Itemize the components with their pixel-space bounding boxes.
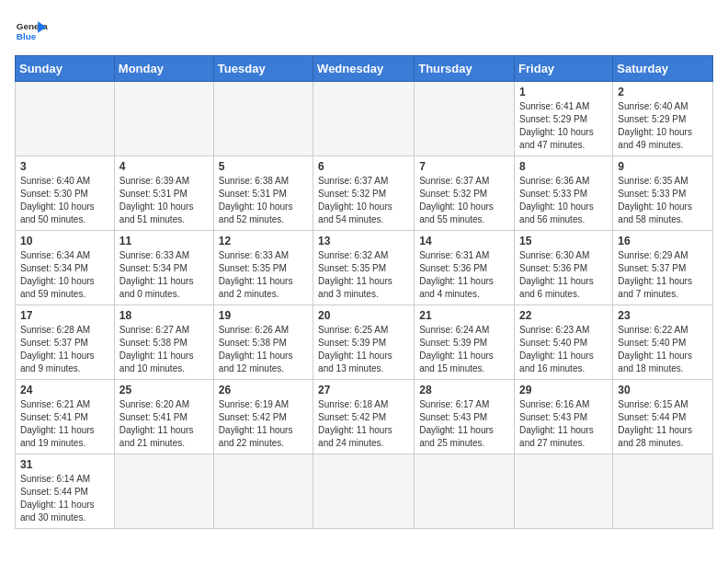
day-info: Sunrise: 6:15 AM Sunset: 5:44 PM Dayligh… [618, 398, 708, 450]
day-number: 8 [519, 160, 608, 173]
calendar-cell [114, 82, 213, 156]
day-info: Sunrise: 6:25 AM Sunset: 5:39 PM Dayligh… [318, 324, 409, 375]
calendar-cell: 22Sunrise: 6:23 AM Sunset: 5:40 PM Dayli… [515, 305, 613, 380]
day-number: 10 [20, 235, 109, 247]
weekday-header-monday: Monday [114, 56, 213, 82]
calendar-cell: 26Sunrise: 6:19 AM Sunset: 5:42 PM Dayli… [213, 380, 313, 454]
calendar-cell: 1Sunrise: 6:41 AM Sunset: 5:29 PM Daylig… [515, 82, 613, 156]
day-info: Sunrise: 6:38 AM Sunset: 5:31 PM Dayligh… [219, 175, 308, 226]
day-number: 5 [219, 160, 308, 173]
day-info: Sunrise: 6:21 AM Sunset: 5:41 PM Dayligh… [20, 398, 109, 450]
day-number: 17 [20, 309, 109, 322]
day-number: 16 [618, 235, 708, 247]
day-number: 28 [419, 384, 509, 396]
day-info: Sunrise: 6:19 AM Sunset: 5:42 PM Dayligh… [219, 398, 308, 450]
weekday-header-friday: Friday [515, 56, 613, 82]
calendar-cell: 20Sunrise: 6:25 AM Sunset: 5:39 PM Dayli… [313, 305, 415, 380]
calendar-cell: 15Sunrise: 6:30 AM Sunset: 5:36 PM Dayli… [515, 231, 613, 305]
calendar-cell: 17Sunrise: 6:28 AM Sunset: 5:37 PM Dayli… [16, 305, 115, 380]
calendar-body: 1Sunrise: 6:41 AM Sunset: 5:29 PM Daylig… [16, 82, 713, 529]
day-number: 11 [119, 235, 209, 247]
day-number: 15 [519, 235, 608, 247]
calendar-cell: 3Sunrise: 6:40 AM Sunset: 5:30 PM Daylig… [16, 156, 115, 231]
calendar-cell [114, 454, 213, 529]
day-number: 27 [318, 384, 409, 396]
day-info: Sunrise: 6:20 AM Sunset: 5:41 PM Dayligh… [119, 398, 209, 450]
day-number: 25 [119, 384, 209, 396]
day-info: Sunrise: 6:32 AM Sunset: 5:35 PM Dayligh… [318, 249, 409, 301]
calendar-cell [515, 454, 613, 529]
calendar-cell: 16Sunrise: 6:29 AM Sunset: 5:37 PM Dayli… [613, 231, 713, 305]
calendar-cell [213, 454, 313, 529]
calendar-cell [415, 82, 515, 156]
calendar-header: SundayMondayTuesdayWednesdayThursdayFrid… [16, 56, 713, 82]
day-info: Sunrise: 6:41 AM Sunset: 5:29 PM Dayligh… [519, 100, 608, 152]
day-number: 29 [519, 384, 608, 396]
calendar-cell [213, 82, 313, 156]
calendar-week-3: 17Sunrise: 6:28 AM Sunset: 5:37 PM Dayli… [16, 305, 713, 380]
day-info: Sunrise: 6:16 AM Sunset: 5:43 PM Dayligh… [519, 398, 608, 450]
day-number: 6 [318, 160, 409, 173]
day-info: Sunrise: 6:29 AM Sunset: 5:37 PM Dayligh… [618, 249, 708, 301]
calendar-cell [313, 82, 415, 156]
calendar-cell [415, 454, 515, 529]
calendar-cell: 19Sunrise: 6:26 AM Sunset: 5:38 PM Dayli… [213, 305, 313, 380]
calendar-cell: 30Sunrise: 6:15 AM Sunset: 5:44 PM Dayli… [613, 380, 713, 454]
day-info: Sunrise: 6:14 AM Sunset: 5:44 PM Dayligh… [20, 473, 109, 524]
day-info: Sunrise: 6:33 AM Sunset: 5:34 PM Dayligh… [119, 249, 209, 301]
calendar-cell: 24Sunrise: 6:21 AM Sunset: 5:41 PM Dayli… [16, 380, 115, 454]
calendar-week-2: 10Sunrise: 6:34 AM Sunset: 5:34 PM Dayli… [16, 231, 713, 305]
day-number: 2 [618, 86, 708, 98]
calendar-cell: 4Sunrise: 6:39 AM Sunset: 5:31 PM Daylig… [114, 156, 213, 231]
weekday-header-saturday: Saturday [613, 56, 713, 82]
calendar-week-1: 3Sunrise: 6:40 AM Sunset: 5:30 PM Daylig… [16, 156, 713, 231]
day-info: Sunrise: 6:35 AM Sunset: 5:33 PM Dayligh… [618, 175, 708, 226]
calendar-table: SundayMondayTuesdayWednesdayThursdayFrid… [15, 55, 713, 529]
calendar-cell: 7Sunrise: 6:37 AM Sunset: 5:32 PM Daylig… [415, 156, 515, 231]
calendar-cell: 11Sunrise: 6:33 AM Sunset: 5:34 PM Dayli… [114, 231, 213, 305]
day-number: 23 [618, 309, 708, 322]
day-info: Sunrise: 6:39 AM Sunset: 5:31 PM Dayligh… [119, 175, 209, 226]
weekday-header-tuesday: Tuesday [213, 56, 313, 82]
calendar-cell: 28Sunrise: 6:17 AM Sunset: 5:43 PM Dayli… [415, 380, 515, 454]
calendar-cell: 29Sunrise: 6:16 AM Sunset: 5:43 PM Dayli… [515, 380, 613, 454]
day-info: Sunrise: 6:34 AM Sunset: 5:34 PM Dayligh… [20, 249, 109, 301]
day-info: Sunrise: 6:28 AM Sunset: 5:37 PM Dayligh… [20, 324, 109, 375]
day-info: Sunrise: 6:22 AM Sunset: 5:40 PM Dayligh… [618, 324, 708, 375]
calendar-cell: 21Sunrise: 6:24 AM Sunset: 5:39 PM Dayli… [415, 305, 515, 380]
calendar-cell: 27Sunrise: 6:18 AM Sunset: 5:42 PM Dayli… [313, 380, 415, 454]
calendar-week-4: 24Sunrise: 6:21 AM Sunset: 5:41 PM Dayli… [16, 380, 713, 454]
calendar-week-5: 31Sunrise: 6:14 AM Sunset: 5:44 PM Dayli… [16, 454, 713, 529]
day-info: Sunrise: 6:33 AM Sunset: 5:35 PM Dayligh… [219, 249, 308, 301]
weekday-header-sunday: Sunday [16, 56, 115, 82]
day-number: 4 [119, 160, 209, 173]
day-number: 31 [20, 458, 109, 471]
day-number: 14 [419, 235, 509, 247]
weekday-header-thursday: Thursday [415, 56, 515, 82]
calendar-cell: 9Sunrise: 6:35 AM Sunset: 5:33 PM Daylig… [613, 156, 713, 231]
day-number: 30 [618, 384, 708, 396]
generalblue-logo-icon: General Blue [15, 15, 48, 48]
calendar-cell: 8Sunrise: 6:36 AM Sunset: 5:33 PM Daylig… [515, 156, 613, 231]
day-info: Sunrise: 6:40 AM Sunset: 5:30 PM Dayligh… [20, 175, 109, 226]
day-number: 9 [618, 160, 708, 173]
day-info: Sunrise: 6:36 AM Sunset: 5:33 PM Dayligh… [519, 175, 608, 226]
day-number: 19 [219, 309, 308, 322]
calendar-cell: 25Sunrise: 6:20 AM Sunset: 5:41 PM Dayli… [114, 380, 213, 454]
day-number: 24 [20, 384, 109, 396]
day-info: Sunrise: 6:18 AM Sunset: 5:42 PM Dayligh… [318, 398, 409, 450]
calendar-cell: 6Sunrise: 6:37 AM Sunset: 5:32 PM Daylig… [313, 156, 415, 231]
calendar-cell: 2Sunrise: 6:40 AM Sunset: 5:29 PM Daylig… [613, 82, 713, 156]
calendar-cell: 18Sunrise: 6:27 AM Sunset: 5:38 PM Dayli… [114, 305, 213, 380]
day-info: Sunrise: 6:24 AM Sunset: 5:39 PM Dayligh… [419, 324, 509, 375]
day-number: 7 [419, 160, 509, 173]
day-number: 21 [419, 309, 509, 322]
day-info: Sunrise: 6:26 AM Sunset: 5:38 PM Dayligh… [219, 324, 308, 375]
calendar-cell [613, 454, 713, 529]
day-info: Sunrise: 6:37 AM Sunset: 5:32 PM Dayligh… [419, 175, 509, 226]
weekday-header-wednesday: Wednesday [313, 56, 415, 82]
svg-text:Blue: Blue [17, 31, 37, 41]
logo: General Blue [15, 15, 48, 48]
day-number: 3 [20, 160, 109, 173]
calendar-cell: 5Sunrise: 6:38 AM Sunset: 5:31 PM Daylig… [213, 156, 313, 231]
